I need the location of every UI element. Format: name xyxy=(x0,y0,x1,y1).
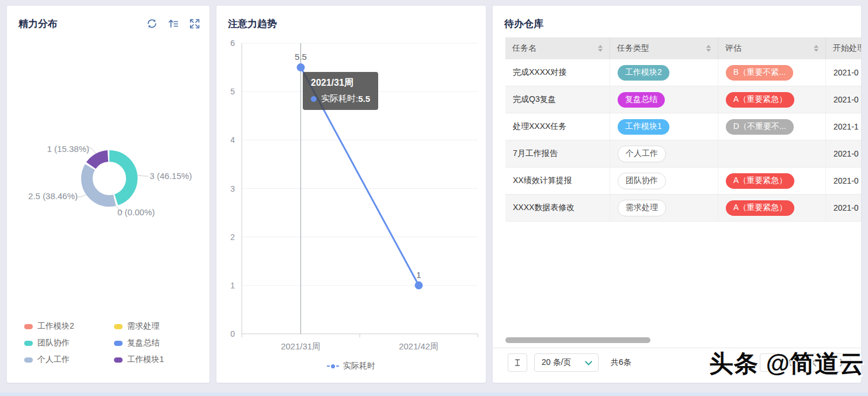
task-eval-cell: D（不重要不... xyxy=(718,113,826,140)
task-date-cell: 2021-1 xyxy=(826,113,861,140)
data-point[interactable] xyxy=(415,281,423,290)
sort-ascending-icon[interactable] xyxy=(167,18,179,29)
total-count-label: 共6条 xyxy=(611,348,631,377)
tag-pill: A（重要紧急） xyxy=(726,200,794,216)
panel-todo-warehouse: 待办仓库 任务名 任务类型 评估 开始处理 完成XXXX对接 工作模块2 B（重… xyxy=(493,6,861,383)
legend-marker-icon xyxy=(114,341,123,346)
table-row[interactable]: 7月工作报告 个人工作 2021-0 xyxy=(505,140,861,167)
sort-icon[interactable] xyxy=(814,45,818,52)
line-chart[interactable]: 01234562021/31周2021/42周5.51 xyxy=(216,35,486,357)
panel-title: 注意力趋势 xyxy=(228,17,277,31)
task-name-cell: 完成Q3复盘 xyxy=(505,86,610,113)
line-legend-label: 实际耗时 xyxy=(343,361,375,371)
legend-label: 复盘总结 xyxy=(127,338,159,348)
task-date-cell: 2021-0 xyxy=(826,167,861,194)
task-name-cell: 完成XXXX对接 xyxy=(505,59,610,86)
x-axis-tick-label: 2021/42周 xyxy=(399,341,439,351)
y-axis-tick-label: 0 xyxy=(230,329,235,338)
pie-slice-label: 3 (46.15%) xyxy=(150,171,192,181)
table-row[interactable]: 完成Q3复盘 复盘总结 A（重要紧急） 2021-0 xyxy=(505,86,861,113)
legend-marker-icon xyxy=(114,324,123,329)
tag-pill: 需求处理 xyxy=(618,200,666,216)
todo-table: 任务名 任务类型 评估 开始处理 完成XXXX对接 工作模块2 B（重要不紧..… xyxy=(505,37,861,222)
sort-icon[interactable] xyxy=(598,45,603,52)
legend-item[interactable]: 团队协作 xyxy=(24,338,114,348)
task-type-cell: 团队协作 xyxy=(610,167,718,194)
table-row[interactable]: 处理XXXX任务 工作模块1 D（不重要不... 2021-1 xyxy=(505,113,861,140)
refresh-icon[interactable] xyxy=(146,18,158,29)
legend-item[interactable]: 需求处理 xyxy=(114,321,204,332)
dashboard: 精力分布 xyxy=(0,0,868,396)
column-header[interactable]: 评估 xyxy=(718,37,826,59)
legend-marker-icon xyxy=(114,357,123,363)
panel-title: 精力分布 xyxy=(18,17,58,31)
tag-pill: D（不重要不... xyxy=(726,119,794,135)
line-series xyxy=(301,67,419,285)
y-axis-tick-label: 6 xyxy=(230,39,235,48)
y-axis-tick-label: 3 xyxy=(230,184,235,193)
legend-label: 需求处理 xyxy=(127,321,159,332)
legend-label: 个人工作 xyxy=(37,355,70,365)
tag-pill: 工作模块2 xyxy=(618,65,669,81)
table-row[interactable]: 完成XXXX对接 工作模块2 B（重要不紧... 2021-0 xyxy=(505,59,861,86)
task-type-cell: 工作模块1 xyxy=(610,113,718,140)
task-type-cell: 个人工作 xyxy=(610,140,718,167)
table-row[interactable]: XX绩效计算提报 团队协作 A（重要紧急） 2021-0 xyxy=(505,167,861,195)
task-date-cell: 2021-0 xyxy=(826,140,861,167)
task-eval-cell: B（重要不紧... xyxy=(718,59,826,86)
row-height-button[interactable] xyxy=(508,353,527,372)
task-name-cell: 7月工作报告 xyxy=(505,140,610,167)
column-header-label: 任务类型 xyxy=(617,43,649,54)
column-header[interactable]: 开始处理 xyxy=(826,37,861,59)
y-axis-tick-label: 2 xyxy=(230,233,235,242)
donut-chart[interactable] xyxy=(7,92,210,242)
task-type-cell: 工作模块2 xyxy=(610,59,718,86)
y-axis-tick-label: 4 xyxy=(230,135,235,144)
legend-marker-icon xyxy=(24,357,33,363)
legend-marker-icon xyxy=(24,324,33,329)
column-header-label: 评估 xyxy=(725,43,741,54)
x-axis-tick-label: 2021/31周 xyxy=(281,341,321,351)
task-eval-cell: A（重要紧急） xyxy=(718,86,826,113)
y-axis-tick-label: 1 xyxy=(230,281,235,290)
legend-item[interactable]: 工作模块1 xyxy=(114,355,204,365)
tag-pill: B（重要不紧... xyxy=(726,65,793,81)
column-header[interactable]: 任务名 xyxy=(505,37,610,59)
column-header[interactable]: 任务类型 xyxy=(610,37,718,59)
pie-slice-label: 2.5 (38.46%) xyxy=(12,191,78,201)
task-date-cell: 2021-0 xyxy=(826,195,861,221)
pie-slice-label: 0 (0.00%) xyxy=(117,207,155,217)
legend-item[interactable]: 复盘总结 xyxy=(114,338,204,348)
panel-attention-trend: 注意力趋势 01234562021/31周2021/42周5.51 2021/3… xyxy=(216,6,486,383)
task-type-cell: 需求处理 xyxy=(610,195,718,221)
tag-pill: A（重要紧急） xyxy=(726,173,794,189)
task-type-cell: 复盘总结 xyxy=(610,86,718,113)
column-header-label: 任务名 xyxy=(512,43,536,54)
table-header-row: 任务名 任务类型 评估 开始处理 xyxy=(505,37,861,59)
table-body: 完成XXXX对接 工作模块2 B（重要不紧... 2021-0 完成Q3复盘 复… xyxy=(505,59,861,222)
panel-title: 待办仓库 xyxy=(504,17,543,31)
task-date-cell: 2021-0 xyxy=(826,86,861,113)
data-point[interactable] xyxy=(297,63,305,71)
watermark: 头条 @简道云 xyxy=(709,348,865,380)
legend-item[interactable]: 工作模块2 xyxy=(24,321,114,332)
legend-label: 工作模块2 xyxy=(37,321,74,332)
table-row[interactable]: XXXX数据表修改 需求处理 A（重要紧急） 2021-0 xyxy=(505,195,861,222)
tag-pill: A（重要紧急） xyxy=(726,92,794,108)
sort-icon[interactable] xyxy=(706,45,711,52)
page-size-select[interactable]: 20 条/页 xyxy=(534,353,599,372)
line-legend-item[interactable]: 实际耗时 xyxy=(216,361,486,371)
horizontal-scrollbar-thumb[interactable] xyxy=(505,337,650,343)
tag-pill: 个人工作 xyxy=(618,146,666,162)
task-name-cell: 处理XXXX任务 xyxy=(505,113,610,140)
legend-label: 团队协作 xyxy=(37,338,70,348)
task-eval-cell xyxy=(718,140,826,167)
legend-item[interactable]: 个人工作 xyxy=(24,355,114,365)
point-value-label: 5.5 xyxy=(295,52,307,62)
panel-energy-distribution: 精力分布 xyxy=(7,6,210,383)
task-eval-cell: A（重要紧急） xyxy=(718,195,826,221)
task-date-cell: 2021-0 xyxy=(826,59,861,86)
fullscreen-icon[interactable] xyxy=(189,18,200,29)
legend-marker-icon xyxy=(24,341,33,346)
y-axis-tick-label: 5 xyxy=(230,87,235,96)
